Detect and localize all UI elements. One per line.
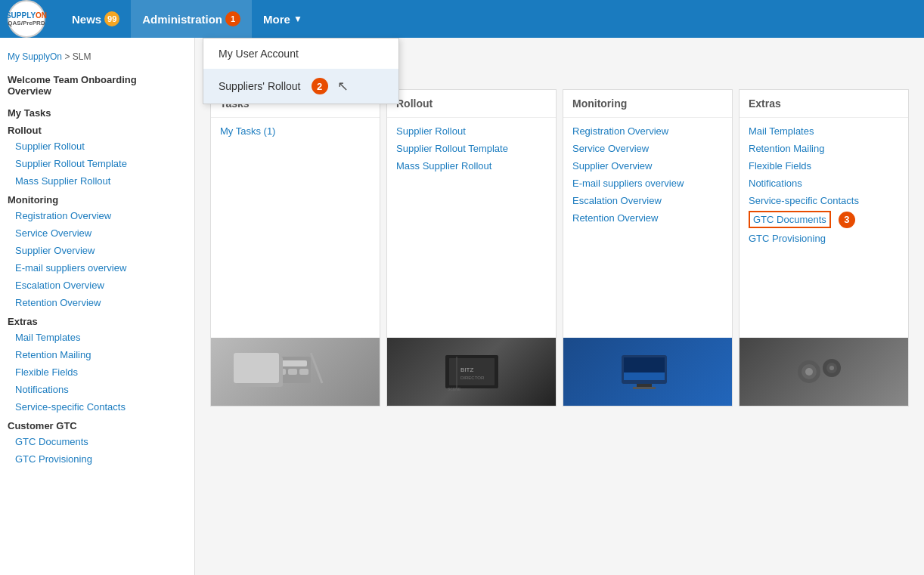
card-monitoring: Monitoring Registration Overview Service… <box>563 89 733 407</box>
svg-point-19 <box>805 368 813 376</box>
card-rollout-image: BITZ DIRECTOR SCENE <box>387 338 556 406</box>
nav-news[interactable]: News 99 <box>60 0 131 38</box>
top-navigation: SUPPLYON QAS/PrePRD News 99 Administrati… <box>0 0 924 38</box>
card-extras-image <box>740 338 908 406</box>
content-area: Rollout cockpit Overview Tasks My Tasks … <box>195 38 924 575</box>
card-tasks-links: My Tasks (1) <box>211 118 380 338</box>
sidebar-link-mass-supplier-rollout[interactable]: Mass Supplier Rollout <box>0 172 194 190</box>
card-link-service-specific-contacts[interactable]: Service-specific Contacts <box>749 193 899 208</box>
dropdown-item-my-user-account[interactable]: My User Account <box>203 39 398 69</box>
sidebar-link-escalation-overview[interactable]: Escalation Overview <box>0 277 194 294</box>
card-link-supplier-rollout-template[interactable]: Supplier Rollout Template <box>396 141 547 156</box>
sidebar: My SupplyOn > SLM Welcome Team Onboardin… <box>0 38 195 575</box>
card-rollout-links: Supplier Rollout Supplier Rollout Templa… <box>387 118 556 338</box>
card-link-email-suppliers[interactable]: E-mail suppliers overview <box>572 176 723 190</box>
sidebar-section-customer-gtc: Customer GTC <box>0 416 194 433</box>
card-link-service-overview[interactable]: Service Overview <box>572 141 723 156</box>
main-layout: My SupplyOn > SLM Welcome Team Onboardin… <box>0 38 924 575</box>
sidebar-section-mytasks: My Tasks <box>0 103 194 120</box>
logo[interactable]: SUPPLYON QAS/PrePRD <box>8 0 45 38</box>
card-tasks: Tasks My Tasks (1) <box>210 89 380 407</box>
sidebar-link-notifications[interactable]: Notifications <box>0 381 194 398</box>
svg-rect-4 <box>299 369 309 375</box>
sidebar-link-supplier-rollout-template[interactable]: Supplier Rollout Template <box>0 155 194 172</box>
sidebar-link-retention-overview[interactable]: Retention Overview <box>0 294 194 311</box>
sidebar-link-mail-templates[interactable]: Mail Templates <box>0 329 194 346</box>
svg-point-22 <box>829 366 834 370</box>
logo-subtitle: QAS/PrePRD <box>8 20 45 26</box>
card-monitoring-header: Monitoring <box>563 90 732 118</box>
card-link-retention-mailing[interactable]: Retention Mailing <box>749 141 899 156</box>
card-link-supplier-overview[interactable]: Supplier Overview <box>572 159 723 173</box>
card-link-supplier-rollout[interactable]: Supplier Rollout <box>396 124 547 138</box>
sidebar-section-monitoring: Monitoring <box>0 190 194 207</box>
sidebar-section-extras: Extras <box>0 311 194 329</box>
card-link-my-tasks[interactable]: My Tasks (1) <box>220 124 371 138</box>
card-tasks-image <box>211 338 380 406</box>
card-link-escalation-overview[interactable]: Escalation Overview <box>572 193 723 208</box>
card-link-mass-supplier-rollout[interactable]: Mass Supplier Rollout <box>396 159 547 173</box>
sidebar-link-supplier-overview[interactable]: Supplier Overview <box>0 242 194 259</box>
gtc-documents-badge: 3 <box>839 212 855 228</box>
card-extras-links: Mail Templates Retention Mailing Flexibl… <box>740 118 908 338</box>
card-link-retention-overview[interactable]: Retention Overview <box>572 211 723 225</box>
nav-more[interactable]: More ▼ <box>252 13 314 26</box>
sidebar-link-service-specific-contacts[interactable]: Service-specific Contacts <box>0 398 194 416</box>
card-link-mail-templates[interactable]: Mail Templates <box>749 124 899 138</box>
suppliers-rollout-badge: 2 <box>312 78 328 94</box>
admin-dropdown: My User Account Suppliers' Rollout 2 ↖ <box>203 38 399 104</box>
breadcrumb: My SupplyOn > SLM <box>0 45 194 68</box>
cursor-icon: ↖ <box>337 78 349 94</box>
svg-rect-16 <box>633 387 656 389</box>
sidebar-link-email-suppliers[interactable]: E-mail suppliers overview <box>0 259 194 277</box>
sidebar-link-supplier-rollout[interactable]: Supplier Rollout <box>0 138 194 155</box>
svg-rect-15 <box>637 384 652 387</box>
svg-rect-3 <box>288 369 297 375</box>
card-monitoring-image <box>563 338 732 406</box>
sidebar-welcome-title: Welcome Team Onboarding Overview <box>0 68 194 103</box>
cockpit-grid: Tasks My Tasks (1) <box>210 89 909 407</box>
svg-text:DIRECTOR: DIRECTOR <box>460 376 485 380</box>
sidebar-link-registration-overview[interactable]: Registration Overview <box>0 207 194 224</box>
nav-administration[interactable]: Administration 1 <box>131 0 252 38</box>
sidebar-link-service-overview[interactable]: Service Overview <box>0 224 194 242</box>
svg-rect-14 <box>624 357 665 373</box>
svg-rect-2 <box>277 369 286 375</box>
card-rollout: Rollout Supplier Rollout Supplier Rollou… <box>386 89 557 407</box>
svg-rect-1 <box>277 360 307 366</box>
card-link-notifications[interactable]: Notifications <box>749 176 899 190</box>
sidebar-section-rollout: Rollout <box>0 120 194 138</box>
sidebar-link-gtc-documents[interactable]: GTC Documents <box>0 433 194 450</box>
card-link-registration-overview[interactable]: Registration Overview <box>572 124 723 138</box>
card-extras-header: Extras <box>740 90 908 118</box>
svg-text:SCENE: SCENE <box>448 387 461 391</box>
admin-badge: 1 <box>225 11 240 26</box>
dropdown-item-suppliers-rollout[interactable]: Suppliers' Rollout 2 ↖ <box>203 69 398 104</box>
card-extras: Extras Mail Templates Retention Mailing … <box>739 89 909 407</box>
sidebar-link-gtc-provisioning[interactable]: GTC Provisioning <box>0 450 194 468</box>
sidebar-link-retention-mailing[interactable]: Retention Mailing <box>0 346 194 363</box>
card-monitoring-links: Registration Overview Service Overview S… <box>563 118 732 338</box>
breadcrumb-link[interactable]: My SupplyOn <box>8 51 62 62</box>
card-rollout-header: Rollout <box>387 90 556 118</box>
svg-text:BITZ: BITZ <box>460 366 473 373</box>
news-badge: 99 <box>104 11 119 26</box>
svg-line-5 <box>311 353 322 383</box>
card-link-gtc-provisioning[interactable]: GTC Provisioning <box>749 231 899 246</box>
card-link-gtc-documents[interactable]: GTC Documents <box>749 211 831 228</box>
card-link-flexible-fields[interactable]: Flexible Fields <box>749 159 899 173</box>
sidebar-link-flexible-fields[interactable]: Flexible Fields <box>0 363 194 381</box>
